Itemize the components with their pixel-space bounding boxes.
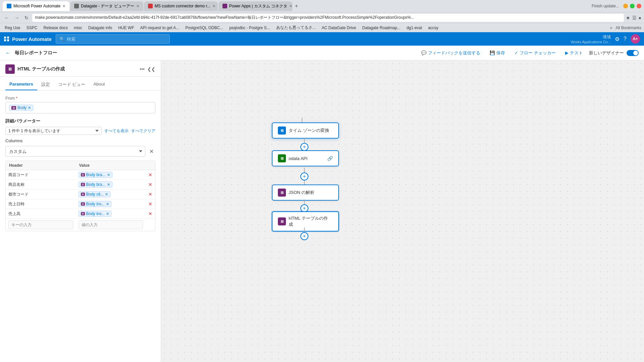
tab-code-view[interactable]: コード ビュー	[54, 80, 90, 90]
value-tag-close-2[interactable]: ✕	[107, 183, 110, 187]
columns-delete-icon[interactable]: ✕	[147, 147, 155, 155]
value-tag-close-5[interactable]: ✕	[106, 212, 109, 216]
clear-link[interactable]: すべてクリア	[131, 128, 155, 134]
bookmark-reg-use[interactable]: Reg Use	[3, 25, 22, 31]
add-step-btn-4[interactable]: +	[300, 232, 308, 240]
tab-powerapps[interactable]: Power Apps | カスタム コネクタ ✕	[218, 1, 292, 11]
nav-forward-button[interactable]: →	[13, 14, 21, 21]
finish-update-btn[interactable]: Finish update...	[592, 4, 619, 8]
bookmark-datagate-info[interactable]: Datagate info	[86, 25, 114, 31]
new-designer-toggle[interactable]	[627, 50, 639, 56]
add-row-value-cell	[76, 219, 146, 231]
panel-collapse-icon[interactable]: ❮❮	[147, 66, 155, 72]
add-row-value-input[interactable]	[79, 220, 143, 229]
add-row-header-cell	[6, 219, 76, 231]
tab-powerautomate[interactable]: Microsoft Power Automate ✕	[3, 1, 69, 11]
new-tab-button[interactable]: +	[293, 1, 300, 11]
node-timezone[interactable]: ⊞ タイム ゾーンの変換	[272, 122, 339, 139]
back-button[interactable]: ←	[5, 50, 11, 56]
add-step-btn-1[interactable]: +	[300, 143, 308, 151]
value-tag-label-5: Body inv...	[86, 211, 105, 216]
bookmark-postgresql[interactable]: PostgreSQL ODBC...	[183, 25, 225, 31]
table-cell-value-5[interactable]: ⊞ Body inv... ✕	[76, 209, 146, 218]
tab-settings[interactable]: 設定	[37, 80, 54, 90]
value-tag-close-4[interactable]: ✕	[106, 202, 109, 206]
settings-icon[interactable]: ⚙	[615, 36, 620, 42]
add-row	[6, 219, 155, 231]
tab-datagate[interactable]: Datagate - データ ビューアー ✕	[70, 1, 143, 11]
bookmark-icon[interactable]: ★	[626, 15, 630, 20]
bookmark-hue-wf[interactable]: HUE WF	[116, 25, 136, 31]
row-delete-1[interactable]: ✕	[146, 170, 155, 179]
show-all-link[interactable]: すべてを表示	[104, 128, 129, 134]
profile-icon[interactable]: ●	[639, 15, 641, 20]
bookmark-release-docs[interactable]: Release docs	[41, 25, 70, 31]
table-cell-header-2: 商店名称	[6, 180, 76, 189]
address-bar[interactable]: make.powerautomate.com/environments/Defa…	[32, 14, 624, 22]
table-cell-value-2[interactable]: ⊞ Body bra... ✕	[76, 180, 146, 189]
tab-favicon-dg	[74, 4, 79, 8]
row-delete-5[interactable]: ✕	[146, 209, 155, 218]
bookmarks-more-icon[interactable]: »	[610, 25, 612, 30]
tab-close-dg[interactable]: ✕	[136, 4, 139, 8]
window-close[interactable]	[637, 4, 641, 8]
window-maximize[interactable]	[630, 4, 635, 8]
search-bar[interactable]: 🔍	[56, 34, 170, 44]
panel-more-icon[interactable]: •••	[140, 66, 145, 72]
value-tag-close-1[interactable]: ✕	[107, 173, 110, 177]
header-env[interactable]: 境域 Works Applications Co...	[571, 34, 611, 44]
bookmark-misc[interactable]: misc	[72, 25, 84, 31]
user-avatar[interactable]: A+	[631, 34, 640, 44]
from-tag-close[interactable]: ✕	[28, 106, 31, 110]
save-button[interactable]: 💾 保存	[486, 49, 508, 57]
detail-params-title: 詳細パラメーター	[5, 118, 155, 124]
window-minimize[interactable]	[623, 4, 628, 8]
add-step-btn-2[interactable]: +	[300, 172, 308, 180]
add-row-header-input[interactable]	[8, 220, 73, 229]
flow-checker-button[interactable]: ✓ フロー チェッカー	[511, 49, 559, 57]
filter-select[interactable]: 1 件中 1 件を表示しています	[5, 127, 102, 135]
table-row: 売上日時 ⊞ Body inv... ✕ ✕	[6, 199, 155, 209]
bookmark-psqlodc[interactable]: psqlodbc - Postgre S...	[227, 25, 272, 31]
node-json[interactable]: ⊞ JSON の解析	[272, 185, 339, 201]
tab-close-ms[interactable]: ✕	[212, 4, 215, 8]
row-delete-3[interactable]: ✕	[146, 190, 155, 199]
tab-favicon-pw	[222, 4, 227, 8]
node-label-html: HTML テーブルの作成	[289, 215, 328, 227]
from-input[interactable]: ⊞ Body ✕	[5, 102, 155, 113]
feedback-button[interactable]: 💬 フィードバックを送信する	[418, 49, 484, 57]
columns-select[interactable]: カスタム	[5, 146, 145, 157]
search-input[interactable]	[67, 37, 166, 42]
bookmark-roadmap[interactable]: Datagate Roadmap...	[360, 25, 402, 31]
table-cell-value-1[interactable]: ⊞ Body bra... ✕	[76, 170, 146, 179]
bookmark-accsy[interactable]: accsy	[426, 25, 440, 31]
tab-close-pa[interactable]: ✕	[62, 4, 65, 8]
help-icon[interactable]: ?	[624, 36, 627, 42]
nav-refresh-button[interactable]: ↻	[23, 14, 30, 21]
row-delete-2[interactable]: ✕	[146, 180, 155, 189]
node-odata[interactable]: ⊞ odata API 🔗	[272, 150, 339, 166]
all-bookmarks[interactable]: All Bookmarks	[615, 25, 641, 30]
tab-ms[interactable]: MS custom connector demo r... ✕	[144, 1, 218, 11]
extensions-icon[interactable]: ☰	[632, 15, 637, 20]
bookmark-dg1eval[interactable]: dg1-eval	[404, 25, 424, 31]
value-tag-4: ⊞ Body inv... ✕	[79, 201, 111, 207]
value-tag-label-1: Body bra...	[86, 172, 106, 177]
bookmark-api[interactable]: API request to get A...	[138, 25, 181, 31]
panel-content: From * ⊞ Body ✕ 詳細パラメーター 1 件中 1 件を表示していま…	[0, 91, 161, 362]
flow-canvas: ⊞ タイム ゾーンの変換 + ⊞ odata API 🔗 + ⊞ JSON の解…	[161, 60, 644, 362]
bookmark-ac-drive[interactable]: AC DataGate Drive	[320, 25, 358, 31]
value-tag-close-3[interactable]: ✕	[105, 192, 108, 197]
row-delete-4[interactable]: ✕	[146, 199, 155, 209]
bookmark-anata[interactable]: あなたも悪ってるさ...	[274, 24, 318, 31]
table-cell-value-4[interactable]: ⊞ Body inv... ✕	[76, 199, 146, 209]
test-button[interactable]: ▶ テスト	[562, 49, 586, 57]
table-cell-value-3[interactable]: ⊞ Body cit... ✕	[76, 190, 146, 199]
tab-parameters[interactable]: Parameters	[5, 80, 37, 90]
feedback-label: フィードバックを送信する	[428, 50, 480, 56]
nav-back-button[interactable]: ←	[3, 14, 11, 21]
tab-about[interactable]: About	[89, 80, 109, 90]
tab-close-pw[interactable]: ✕	[289, 4, 292, 8]
bookmarks-bar: Reg Use SSPC Release docs misc Datagate …	[0, 23, 644, 32]
bookmark-sspc[interactable]: SSPC	[24, 25, 40, 31]
